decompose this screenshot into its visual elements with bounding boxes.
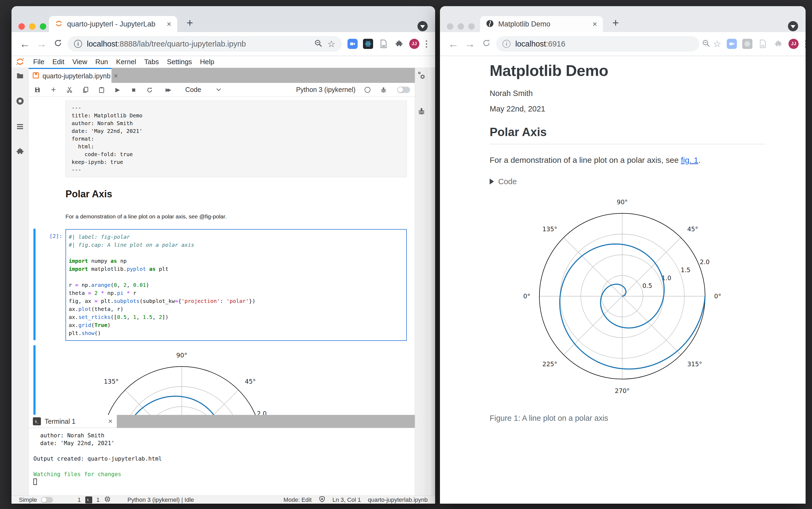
menu-view[interactable]: View [68,58,92,66]
tab-close-icon[interactable]: × [592,20,597,28]
forward-button[interactable]: → [463,38,477,49]
zoom-extension-icon[interactable] [727,38,737,49]
debugger-panel-bug-icon[interactable] [417,107,426,116]
url-bar[interactable]: i localhost:6916 [496,36,699,52]
terminal-output[interactable]: author: Norah Smith date: 'May 22nd, 202… [29,428,415,496]
close-window-button[interactable] [447,23,453,30]
terminal-tab[interactable]: $_ Terminal 1 × [29,415,117,428]
cell-type-dropdown[interactable]: Code [185,86,221,94]
react-devtools-extension-icon[interactable] [363,38,374,49]
raw-yaml-cell[interactable]: --- title: Matplotlib Demo author: Norah… [66,101,407,177]
table-of-contents-icon[interactable] [16,123,24,132]
extensions-area: JJ [345,38,429,49]
bookmark-star-icon[interactable]: ☆ [713,38,721,49]
browser-menu-icon[interactable] [424,40,429,47]
site-info-icon[interactable]: i [502,40,510,48]
code-fold-toggle[interactable]: Code [490,177,766,186]
menu-kernel[interactable]: Kernel [112,58,140,66]
puzzle-extensions-icon[interactable] [773,38,784,49]
restart-run-all-button[interactable]: ▶▶ [162,85,173,94]
figure-caption: Figure 1: A line plot on a polar axis [490,414,766,423]
markdown-paragraph: For a demonstration of a line plot on a … [66,212,407,220]
minimize-window-button[interactable] [29,23,36,30]
active-cell-input-collapser[interactable] [33,229,36,340]
markdown-heading: Polar Axis [66,189,407,200]
document-extension-icon[interactable] [378,38,389,49]
browser-menu-icon[interactable] [804,40,806,47]
notebook-scroll-area[interactable]: --- title: Matplotlib Demo author: Norah… [29,97,415,415]
tab-close-icon[interactable]: × [167,20,171,28]
menu-settings[interactable]: Settings [163,58,196,66]
minimize-window-button[interactable] [458,23,464,30]
active-cell-output-collapser[interactable] [33,345,36,415]
save-button[interactable] [33,85,41,94]
back-button[interactable]: ← [446,38,460,49]
document-extension-icon[interactable] [757,38,768,49]
svg-text:225°: 225° [542,361,557,368]
copy-cells-button[interactable] [81,85,90,94]
kernel-status-text[interactable]: Python 3 (ipykernel) | Idle [128,497,194,503]
new-tab-button[interactable]: + [612,16,619,29]
close-window-button[interactable] [19,23,25,30]
browser-tab-jupyterlab[interactable]: quarto-jupyterl - JupyterLab × [49,16,177,32]
puzzle-extensions-icon[interactable] [394,38,404,49]
jupyterlab-status-bar: Simple 1 $_ 1 Python 3 (ipykernel) | Idl… [11,496,435,504]
raw-cell-text: --- title: Matplotlib Demo author: Norah… [72,104,401,174]
trust-shield-icon[interactable] [319,496,325,504]
code-cell-editor[interactable]: #| label: fig-polar #| fig.cap: A line p… [69,233,403,337]
zoom-out-icon[interactable] [314,39,323,49]
browser-tab-matplotlib-demo[interactable]: Matplotlib Demo × [480,16,603,32]
site-info-icon[interactable]: i [74,40,82,48]
add-cell-button[interactable]: + [49,85,58,94]
interrupt-kernel-button[interactable]: ■ [130,85,138,94]
menu-help[interactable]: Help [196,58,218,66]
kernels-chip-icon[interactable] [104,496,111,504]
extension-manager-icon[interactable] [16,147,24,157]
react-devtools-extension-icon[interactable] [742,38,753,49]
zoom-window-button[interactable] [468,23,475,30]
tab-search-chevron-icon[interactable] [788,21,798,31]
menu-file[interactable]: File [29,58,48,66]
back-button[interactable]: ← [18,38,32,49]
kernel-name[interactable]: Python 3 (ipykernel) [296,86,355,94]
jupyter-favicon-icon [55,20,63,29]
browser-profile-avatar[interactable]: JJ [409,39,419,49]
zoom-out-icon[interactable] [702,39,710,49]
simple-interface-toggle[interactable] [41,497,53,503]
simple-mode-toggle[interactable] [397,87,410,93]
debugger-bug-icon[interactable] [380,85,388,94]
reload-button[interactable] [480,38,493,49]
browser-scrollbar[interactable] [428,68,435,496]
menu-edit[interactable]: Edit [48,58,68,66]
run-cell-button[interactable]: ▶ [114,85,121,94]
forward-button[interactable]: → [34,38,48,49]
reload-button[interactable] [51,38,65,49]
url-bar[interactable]: i localhost:8888/lab/tree/quarto-jupyter… [68,36,342,52]
notebook-mode[interactable]: Mode: Edit [284,497,312,503]
property-inspector-gear-icon[interactable] [417,71,426,81]
tab-title: quarto-jupyterl - JupyterLab [67,20,162,28]
quarto-document[interactable]: Matplotlib Demo Norah Smith May 22nd, 20… [440,56,806,504]
browser-profile-avatar[interactable]: JJ [788,39,799,49]
restart-kernel-button[interactable] [146,85,154,94]
notebook-tab-close-icon[interactable]: × [114,72,118,80]
extensions-area: JJ [724,38,806,49]
zoom-extension-icon[interactable] [347,38,358,49]
notebook-dock-tab[interactable]: quarto-jupyterlab.ipynb × [29,68,111,83]
bookmark-star-icon[interactable]: ☆ [327,38,336,49]
paste-cells-button[interactable] [98,85,106,94]
terminal-tab-close-icon[interactable]: × [108,417,112,426]
code-cell[interactable]: [2]: #| label: fig-polar #| fig.cap: A l… [66,229,407,341]
tab-search-chevron-icon[interactable] [418,21,428,31]
new-tab-button[interactable]: + [186,16,193,29]
figure-link[interactable]: fig. 1 [681,156,698,164]
zoom-window-button[interactable] [40,23,46,30]
cut-cells-button[interactable] [66,85,73,94]
menu-tabs[interactable]: Tabs [140,58,163,66]
status-file-name[interactable]: quarto-jupyterlab.ipynb [368,497,428,503]
terminals-status-icon[interactable]: $_ [85,497,92,503]
running-kernels-icon[interactable] [16,97,24,106]
menu-run[interactable]: Run [92,58,112,66]
cursor-position[interactable]: Ln 3, Col 1 [332,497,361,503]
file-browser-icon[interactable] [16,72,24,81]
